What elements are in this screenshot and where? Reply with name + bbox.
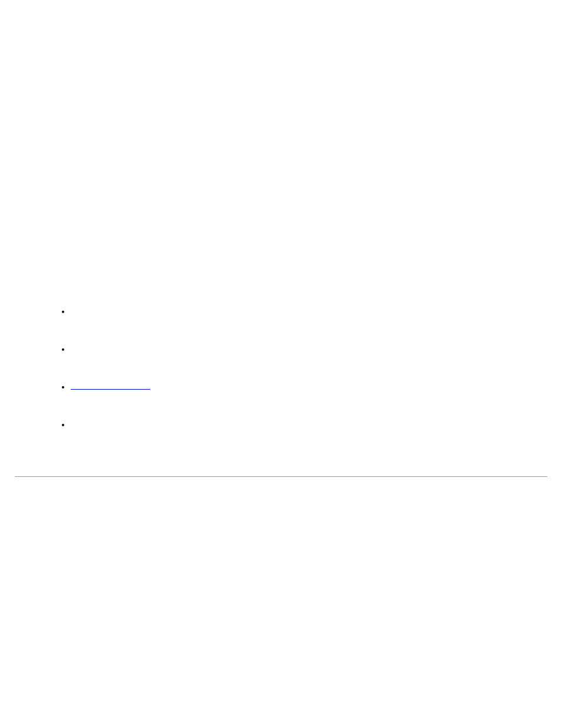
- horizontal-divider: [15, 476, 547, 477]
- main-content: [0, 0, 562, 429]
- list-item-link[interactable]: [71, 389, 150, 390]
- list-item: [71, 344, 562, 354]
- bullet-list: [47, 307, 562, 429]
- list-item: [71, 307, 562, 316]
- list-item: [71, 420, 562, 429]
- list-item: [71, 382, 562, 391]
